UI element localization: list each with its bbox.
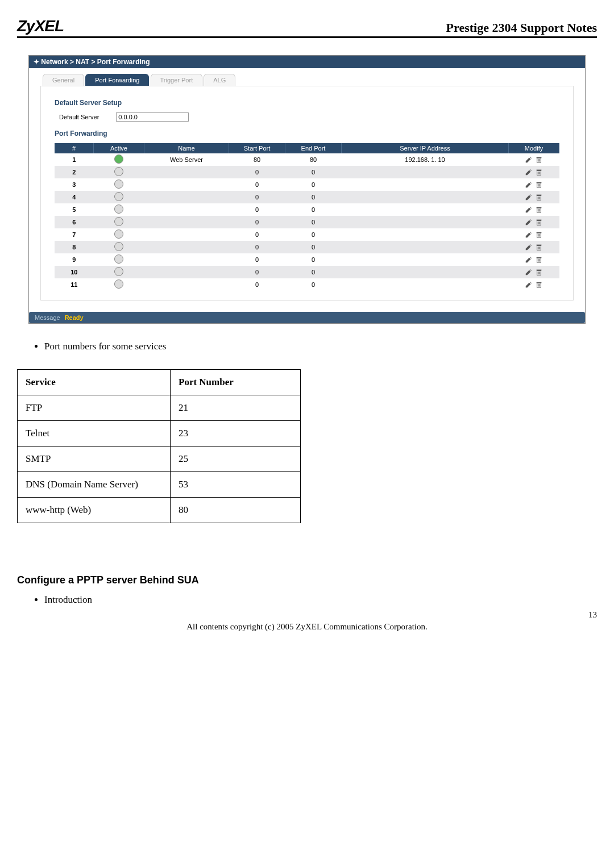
document-title: Prestige 2304 Support Notes bbox=[446, 20, 597, 35]
service-row: FTP21 bbox=[18, 395, 301, 421]
bulb-icon bbox=[114, 167, 123, 176]
tab-general[interactable]: General bbox=[43, 74, 84, 86]
edit-icon[interactable] bbox=[525, 218, 533, 225]
row-end: 0 bbox=[285, 241, 342, 253]
row-start: 0 bbox=[229, 266, 285, 278]
service-port: 23 bbox=[171, 421, 301, 446]
svg-rect-34 bbox=[536, 232, 541, 233]
row-active bbox=[94, 191, 144, 203]
table-row: 1000 bbox=[55, 266, 559, 278]
row-num: 6 bbox=[55, 216, 94, 228]
col-active: Active bbox=[94, 143, 144, 153]
breadcrumb-icon: ✦ bbox=[34, 58, 39, 66]
bulb-icon bbox=[114, 217, 123, 226]
row-active bbox=[94, 203, 144, 216]
trash-icon[interactable] bbox=[535, 231, 543, 237]
edit-icon[interactable] bbox=[525, 256, 533, 262]
table-row: 1100 bbox=[55, 278, 559, 291]
bulb-icon bbox=[114, 254, 123, 264]
row-end: 0 bbox=[285, 216, 342, 228]
row-end: 0 bbox=[285, 203, 342, 216]
row-active bbox=[94, 166, 144, 178]
row-start: 0 bbox=[229, 278, 285, 291]
edit-icon[interactable] bbox=[525, 168, 533, 175]
row-active bbox=[94, 253, 144, 266]
edit-icon[interactable] bbox=[525, 181, 533, 187]
row-num: 7 bbox=[55, 228, 94, 241]
svg-rect-9 bbox=[536, 170, 541, 171]
tab-alg[interactable]: ALG bbox=[204, 74, 235, 86]
service-row: SMTP25 bbox=[18, 446, 301, 472]
row-num: 9 bbox=[55, 253, 94, 266]
default-server-input[interactable] bbox=[116, 112, 189, 122]
row-name bbox=[144, 228, 229, 241]
trash-icon[interactable] bbox=[535, 268, 543, 275]
bullet-port-numbers: Port numbers for some services bbox=[44, 341, 597, 352]
bulb-icon bbox=[114, 267, 123, 276]
row-num: 3 bbox=[55, 178, 94, 191]
row-active bbox=[94, 178, 144, 191]
edit-icon[interactable] bbox=[525, 156, 533, 162]
router-screenshot: ✦ Network > NAT > Port Forwarding Genera… bbox=[28, 55, 586, 324]
row-name bbox=[144, 203, 229, 216]
trash-icon[interactable] bbox=[535, 218, 543, 225]
row-active bbox=[94, 228, 144, 241]
row-start: 0 bbox=[229, 191, 285, 203]
svg-rect-49 bbox=[536, 270, 541, 271]
tab-trigger-port[interactable]: Trigger Port bbox=[151, 74, 203, 86]
row-name: Web Server bbox=[144, 153, 229, 166]
row-start: 0 bbox=[229, 228, 285, 241]
trash-icon[interactable] bbox=[535, 256, 543, 262]
row-num: 5 bbox=[55, 203, 94, 216]
trash-icon[interactable] bbox=[535, 181, 543, 187]
row-ip bbox=[342, 203, 509, 216]
page-header: ZyXEL Prestige 2304 Support Notes bbox=[17, 17, 597, 38]
row-start: 80 bbox=[229, 153, 285, 166]
edit-icon[interactable] bbox=[525, 268, 533, 275]
service-port: 21 bbox=[171, 395, 301, 421]
bulb-icon bbox=[114, 205, 123, 214]
edit-icon[interactable] bbox=[525, 193, 533, 200]
row-num: 2 bbox=[55, 166, 94, 178]
row-end: 0 bbox=[285, 278, 342, 291]
edit-icon[interactable] bbox=[525, 281, 533, 287]
table-row: 600 bbox=[55, 216, 559, 228]
row-num: 4 bbox=[55, 191, 94, 203]
col-name: Name bbox=[144, 143, 229, 153]
breadcrumb: ✦ Network > NAT > Port Forwarding bbox=[29, 56, 585, 68]
row-ip bbox=[342, 266, 509, 278]
row-num: 1 bbox=[55, 153, 94, 166]
row-end: 0 bbox=[285, 266, 342, 278]
service-name: FTP bbox=[18, 395, 171, 421]
trash-icon[interactable] bbox=[535, 168, 543, 175]
row-name bbox=[144, 191, 229, 203]
edit-icon[interactable] bbox=[525, 243, 533, 250]
table-row: 400 bbox=[55, 191, 559, 203]
table-row: 900 bbox=[55, 253, 559, 266]
bulb-icon bbox=[114, 242, 123, 251]
edit-icon[interactable] bbox=[525, 206, 533, 212]
row-end: 0 bbox=[285, 191, 342, 203]
svg-rect-39 bbox=[536, 245, 541, 246]
bullet-introduction: Introduction bbox=[44, 594, 597, 606]
services-table: Service Port Number FTP21Telnet23SMTP25D… bbox=[17, 369, 301, 523]
copyright: All contents copyright (c) 2005 ZyXEL Co… bbox=[17, 622, 597, 632]
tab-port-forwarding[interactable]: Port Forwarding bbox=[85, 74, 149, 86]
trash-icon[interactable] bbox=[535, 206, 543, 212]
table-row: 1Web Server8080192.168. 1. 10 bbox=[55, 153, 559, 166]
row-num: 11 bbox=[55, 278, 94, 291]
svg-rect-19 bbox=[536, 195, 541, 196]
message-label: Message bbox=[35, 314, 60, 321]
row-name bbox=[144, 278, 229, 291]
row-start: 0 bbox=[229, 216, 285, 228]
col-end: End Port bbox=[285, 143, 342, 153]
trash-icon[interactable] bbox=[535, 243, 543, 250]
services-col-port: Port Number bbox=[171, 370, 301, 395]
trash-icon[interactable] bbox=[535, 281, 543, 287]
edit-icon[interactable] bbox=[525, 231, 533, 237]
trash-icon[interactable] bbox=[535, 156, 543, 162]
table-row: 800 bbox=[55, 241, 559, 253]
bulb-icon bbox=[114, 180, 123, 189]
row-active bbox=[94, 266, 144, 278]
trash-icon[interactable] bbox=[535, 193, 543, 200]
